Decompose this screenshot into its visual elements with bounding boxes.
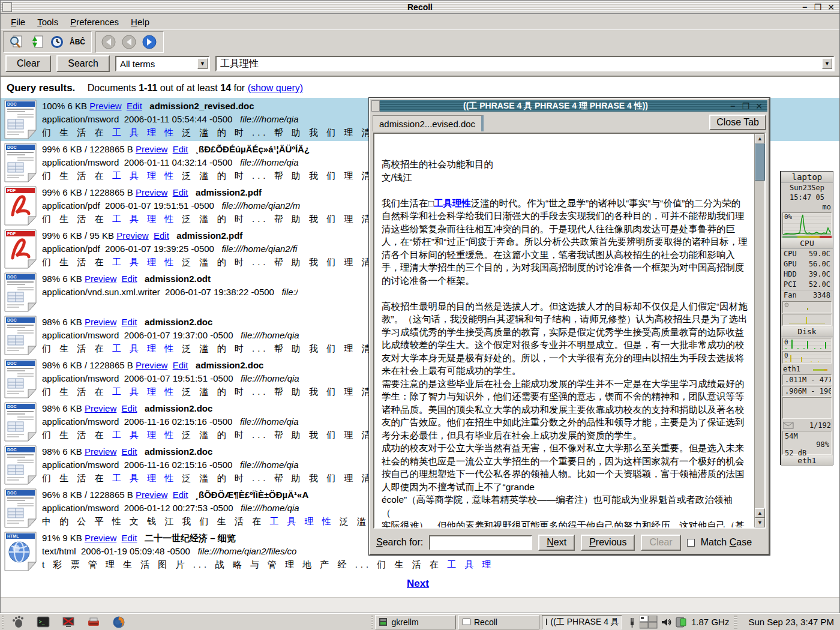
next-page-icon[interactable] (140, 33, 158, 51)
preview-window-menu-icon[interactable] (371, 100, 380, 112)
preview-link[interactable]: Preview (116, 230, 148, 241)
doc-file-icon[interactable]: DOC (4, 488, 37, 528)
taskbar-button-gkrellm[interactable]: gkrellm (375, 615, 456, 629)
edit-link[interactable]: Edit (154, 230, 169, 241)
temp-row: HDD39.0C (781, 269, 833, 280)
preview-link[interactable]: Preview (136, 360, 167, 370)
query-input[interactable]: 工具理性 ▼ (215, 56, 835, 71)
preview-link[interactable]: Preview (85, 274, 116, 284)
edit-link[interactable]: Edit (173, 187, 188, 197)
clear-button[interactable]: Clear (5, 55, 51, 72)
workspace-switcher[interactable] (640, 616, 658, 629)
edit-link[interactable]: Edit (173, 490, 188, 500)
find-next-button[interactable]: Next (538, 535, 575, 551)
edit-link[interactable]: Edit (127, 101, 142, 111)
lock-screen-icon[interactable] (62, 614, 75, 630)
next-page-link[interactable]: Next (407, 578, 429, 590)
query-history-chevron-icon[interactable]: ▼ (822, 58, 832, 69)
edit-link[interactable]: Edit (122, 533, 137, 543)
preview-link[interactable]: Preview (85, 446, 116, 457)
find-input[interactable] (429, 535, 532, 550)
minimize-button[interactable]: − (800, 2, 809, 12)
edit-link[interactable]: Edit (122, 274, 137, 284)
preview-close-button[interactable]: ✕ (754, 101, 764, 111)
show-query-link[interactable]: (show query) (248, 83, 303, 93)
term-explorer-icon[interactable]: ÅBĈ (68, 33, 86, 51)
preview-scrollbar[interactable]: ▲ ▲ ▼ (754, 134, 764, 527)
disk-chart-2[interactable]: 0 (782, 351, 832, 364)
tasklist-handle[interactable] (371, 616, 373, 629)
taskbar-button-preview[interactable]: ((工 PHRASE 4 具 PHRASE ... (542, 615, 623, 629)
edit-link[interactable]: Edit (122, 317, 137, 327)
mail-row[interactable]: 1/192 (781, 421, 833, 430)
menu-file[interactable]: File (5, 16, 31, 29)
gkrellm-monitor[interactable]: laptop Sun23Sep 15:47 05 mo 0% CPU CPU59… (780, 171, 833, 465)
edit-link[interactable]: Edit (122, 403, 137, 413)
memory-value: 54M (785, 432, 798, 440)
close-tab-button[interactable]: Close Tab (709, 115, 766, 130)
chevron-down-icon[interactable]: ▼ (197, 58, 208, 69)
result-date: 2006-11-16 02:15:16 -0500 (124, 416, 233, 427)
preview-link[interactable]: Preview (85, 317, 116, 327)
search-mode-select[interactable]: All terms ▼ (115, 56, 210, 71)
scrollbar-thumb[interactable] (755, 143, 765, 181)
preview-link[interactable]: Preview (136, 187, 167, 197)
edit-link[interactable]: Edit (122, 446, 137, 457)
power-plug-icon[interactable] (627, 616, 637, 628)
menu-help[interactable]: Help (125, 16, 155, 29)
advanced-search-icon[interactable] (7, 33, 25, 51)
preview-link[interactable]: Preview (136, 490, 167, 500)
preview-link[interactable]: Preview (89, 101, 121, 111)
menu-preferences[interactable]: Preferences (65, 16, 124, 29)
scroll-up-icon[interactable]: ▲ (755, 134, 765, 143)
disk-chart-1[interactable]: 0 (782, 338, 832, 350)
doc-file-icon[interactable]: DOC (4, 402, 37, 442)
mime-type: application/msword (42, 503, 119, 513)
search-button[interactable]: Search (56, 55, 110, 72)
doc-file-icon[interactable]: DOC (4, 272, 37, 312)
cpu-chart[interactable]: 0% (782, 212, 832, 235)
sort-icon[interactable] (28, 33, 46, 51)
window-title: Recoll (1, 2, 839, 12)
preview-link[interactable]: Preview (85, 533, 116, 543)
doc-file-icon[interactable]: DOC (4, 316, 37, 355)
preview-titlebar[interactable]: ((工 PHRASE 4 具 PHRASE 4 理 PHRASE 4 性)) −… (380, 100, 767, 112)
terminal-icon[interactable]: >_ (37, 614, 50, 630)
clock-handle[interactable] (734, 616, 737, 629)
gnome-foot-icon[interactable] (11, 614, 25, 630)
volume-icon[interactable] (661, 617, 672, 628)
scroll-down-icon[interactable]: ▼ (755, 518, 765, 527)
history-clock-icon[interactable] (48, 33, 66, 51)
first-page-icon[interactable] (100, 33, 118, 51)
find-previous-button[interactable]: Previous (581, 535, 635, 551)
prev-page-icon[interactable] (120, 33, 138, 51)
html-file-icon[interactable]: HTML (4, 532, 37, 571)
preview-tab[interactable]: admission2...evised.doc (373, 115, 484, 131)
close-button[interactable]: ✕ (826, 2, 836, 12)
preview-text-area[interactable]: 高校招生的社会功能和目的 文/钱江 我们生活在□工具理性泛滥的时代。作为“世之显… (373, 133, 766, 529)
doc-file-icon[interactable]: DOC (4, 143, 37, 182)
edit-link[interactable]: Edit (173, 360, 188, 370)
doc-file-icon[interactable]: DOC (4, 359, 37, 398)
match-case-checkbox[interactable] (687, 539, 695, 547)
svg-text:DOC: DOC (7, 404, 17, 409)
maximize-button[interactable]: ❐ (813, 2, 823, 12)
scroll-up2-icon[interactable]: ▲ (755, 508, 765, 518)
preview-minimize-button[interactable]: − (728, 101, 737, 111)
doc-file-icon[interactable]: DOC (4, 100, 37, 139)
preview-maximize-button[interactable]: ❐ (741, 101, 751, 111)
find-clear-button[interactable]: Clear (641, 535, 680, 551)
menu-tools[interactable]: Tools (32, 16, 64, 29)
pdf-file-icon[interactable]: PDF (4, 186, 37, 226)
typewriter-icon[interactable] (87, 614, 100, 630)
preview-link[interactable]: Preview (136, 144, 167, 154)
taskbar-button-recoll[interactable]: Recoll (458, 615, 539, 629)
firefox-icon[interactable] (112, 614, 125, 630)
main-titlebar[interactable]: Recoll − ❐ ✕ (1, 1, 839, 14)
pdf-file-icon[interactable]: PDF (4, 229, 37, 269)
preview-link[interactable]: Preview (85, 403, 116, 413)
doc-file-icon[interactable]: DOC (4, 445, 37, 485)
cpu-frequency-icon[interactable] (675, 616, 688, 628)
edit-link[interactable]: Edit (173, 144, 188, 154)
panel-handle[interactable] (2, 616, 4, 629)
